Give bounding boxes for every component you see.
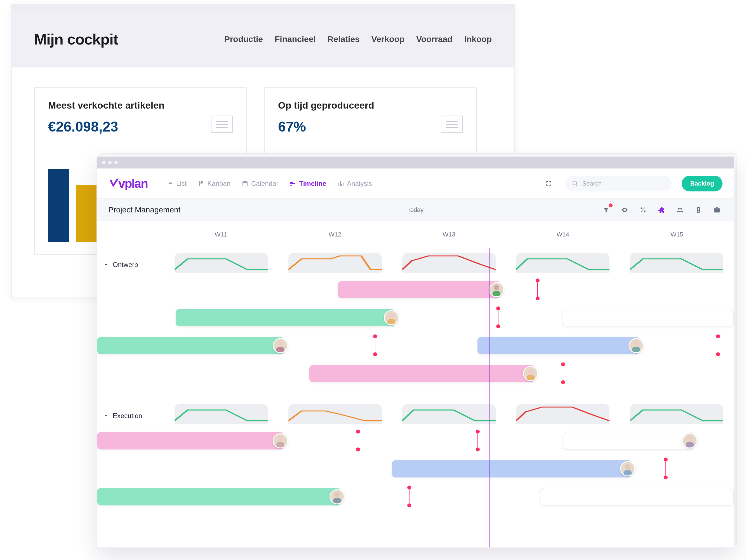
page-title: Mijn cockpit (34, 30, 118, 48)
svg-rect-11 (276, 442, 284, 448)
vplan-logo[interactable]: vplan (108, 176, 148, 191)
nav-verkoop[interactable]: Verkoop (371, 34, 404, 44)
card-menu-icon[interactable] (441, 116, 463, 133)
people-icon (676, 206, 684, 214)
tab-kanban[interactable]: Kanban (198, 180, 230, 188)
avatar (620, 461, 635, 476)
team-button[interactable] (675, 204, 686, 216)
tab-list[interactable]: List (167, 180, 186, 188)
card-value: 67% (278, 119, 463, 135)
svg-rect-17 (333, 498, 341, 503)
svg-rect-13 (686, 442, 694, 448)
svg-rect-7 (632, 347, 640, 352)
subbar-icons (601, 204, 722, 216)
visibility-button[interactable] (619, 204, 630, 216)
fullscreen-icon (545, 180, 552, 187)
milestone-marker[interactable] (498, 308, 498, 326)
nav-financieel[interactable]: Financieel (275, 34, 316, 44)
board-title: Project Management (108, 205, 180, 214)
tab-label: List (176, 180, 186, 188)
avatar (523, 366, 538, 381)
capacity-strip (402, 253, 496, 273)
task-bar[interactable] (563, 432, 694, 449)
card-menu-icon[interactable] (211, 116, 233, 133)
capacity-strip (630, 404, 723, 424)
filter-badge (609, 203, 612, 207)
puzzle-button[interactable] (656, 204, 667, 216)
task-bar[interactable] (309, 365, 534, 382)
task-bar[interactable] (97, 337, 284, 354)
search-box[interactable] (565, 176, 671, 191)
svg-rect-15 (624, 470, 632, 475)
resource-button[interactable] (693, 204, 704, 216)
backlog-button[interactable]: Backlog (682, 176, 722, 191)
bar-1 (48, 169, 69, 242)
nav-voorraad[interactable]: Voorraad (416, 34, 452, 44)
task-bar[interactable] (338, 281, 500, 298)
capacity-strip (175, 404, 268, 424)
logo-text: vplan (118, 176, 148, 191)
capacity-strip (516, 404, 609, 424)
tab-label: Analysis (347, 180, 372, 188)
task-bar[interactable] (392, 460, 631, 477)
puzzle-icon (658, 206, 665, 214)
percent-button[interactable] (637, 204, 649, 216)
svg-point-10 (278, 436, 283, 441)
task-bar[interactable] (540, 488, 734, 505)
svg-point-6 (633, 341, 639, 346)
today-label[interactable]: Today (407, 206, 424, 214)
kanban-icon (198, 180, 204, 187)
eye-icon (621, 206, 628, 214)
group-ontwerp[interactable]: Ontwerp (97, 261, 164, 269)
milestone-marker[interactable] (409, 487, 409, 505)
milestone-marker[interactable] (718, 336, 718, 354)
tab-timeline[interactable]: Timeline (289, 180, 326, 188)
capacity-strip (402, 404, 496, 424)
avatar (682, 433, 697, 448)
capacity-strip (175, 253, 268, 273)
task-bar[interactable] (176, 309, 395, 326)
milestone-marker[interactable] (478, 431, 478, 449)
backlog-label: Backlog (690, 180, 714, 187)
content-layer: Ontwerp (97, 248, 734, 548)
tab-label: Calendar (251, 180, 278, 188)
calendar-icon (242, 180, 249, 187)
weeks-header: W11 W12 W13 W14 W15 (97, 221, 734, 248)
milestone-marker[interactable] (537, 280, 538, 298)
svg-rect-3 (387, 319, 395, 324)
group-execution[interactable]: Execution (97, 412, 164, 420)
tab-analysis[interactable]: Analysis (337, 180, 372, 188)
task-bar[interactable] (478, 337, 640, 354)
milestone-marker[interactable] (665, 459, 666, 477)
filter-icon (603, 206, 610, 214)
group-label: Execution (113, 412, 142, 420)
task-bar[interactable] (97, 432, 284, 449)
milestone-marker[interactable] (563, 364, 563, 382)
fullscreen-button[interactable] (542, 177, 555, 190)
task-bar[interactable] (563, 309, 734, 326)
traffic-light-dot (108, 161, 112, 164)
week-col: W14 (506, 221, 620, 248)
tab-calendar[interactable]: Calendar (242, 180, 278, 188)
list-icon (167, 180, 173, 187)
nav-inkoop[interactable]: Inkoop (464, 34, 492, 44)
milestone-marker[interactable] (358, 431, 358, 449)
avatar (629, 338, 643, 353)
bar-chart (48, 169, 97, 242)
briefcase-button[interactable] (711, 204, 722, 216)
vplan-topbar: vplan List Kanban Calendar Timeline Anal… (97, 168, 734, 199)
milestone-marker[interactable] (375, 336, 375, 354)
search-input[interactable] (582, 180, 665, 187)
nav-relaties[interactable]: Relaties (327, 34, 360, 44)
nav-productie[interactable]: Productie (224, 34, 263, 44)
cockpit-header: Mijn cockpit Productie Financieel Relati… (12, 11, 514, 67)
week-col: W11 (164, 221, 278, 248)
tab-label: Timeline (299, 180, 326, 188)
group-label: Ontwerp (113, 261, 138, 269)
avatar (329, 489, 345, 504)
task-bar[interactable] (97, 488, 341, 505)
traffic-light-dot (102, 161, 106, 164)
filter-button[interactable] (601, 204, 612, 216)
capacity-strip (516, 253, 609, 273)
svg-point-8 (528, 369, 534, 374)
